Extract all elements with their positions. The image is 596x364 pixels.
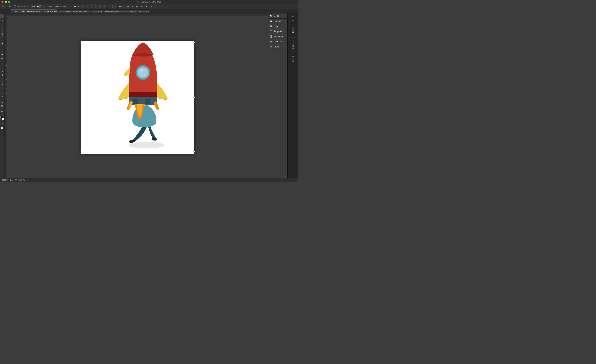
swatches-collapsed[interactable]: Swatches — [288, 37, 298, 52]
more-options-btn[interactable]: ... — [108, 5, 111, 8]
align-middle-btn[interactable]: ⬡ — [85, 5, 89, 8]
align-top-btn[interactable]: ⬡ — [81, 5, 85, 8]
align-dist-v[interactable]: ⬡ — [97, 5, 101, 8]
toolbar-separator-5 — [112, 5, 113, 8]
pan-btn[interactable]: ☚ — [144, 5, 148, 8]
minimize-button[interactable] — [5, 1, 7, 3]
layers-icon — [270, 25, 272, 28]
svg-point-29 — [272, 45, 272, 46]
shape-tool[interactable]: ▭ — [0, 95, 4, 99]
tool-sep-5 — [1, 81, 4, 82]
more-tools-btn[interactable]: ••• — [0, 110, 4, 114]
text-tool[interactable]: T — [0, 87, 4, 90]
history-brush-tool[interactable]: ↩ — [0, 65, 4, 69]
show-transform-checkbox[interactable]: ✓ — [40, 6, 42, 7]
layer-select[interactable]: Layer Group — [30, 5, 40, 8]
canvas-viewport[interactable] — [7, 16, 268, 178]
ruler-corner — [5, 14, 7, 16]
learn-tab[interactable]: Learn — [288, 23, 298, 37]
align-left-btn[interactable]: ⬡ — [69, 5, 73, 8]
zoom-icon-btn[interactable]: ⊕ — [140, 5, 144, 8]
search-btn[interactable] — [288, 14, 298, 19]
adjustments-panel[interactable]: Adjustments — [268, 34, 287, 39]
svg-line-31 — [293, 16, 294, 17]
doc-size: 62.6M/39.8M — [15, 179, 25, 181]
healing-tool[interactable]: ✚ — [0, 52, 4, 56]
move-tool[interactable]: ✛ — [0, 14, 4, 18]
svg-rect-10 — [129, 92, 157, 97]
color-label: Color — [274, 15, 279, 17]
quick-mask-btn[interactable]: ⊙ — [0, 122, 4, 126]
frame-tool[interactable]: ▣ — [0, 42, 4, 45]
eyedropper-tool[interactable]: ✒ — [0, 47, 4, 51]
align-bottom-btn[interactable]: ⬡ — [89, 5, 93, 8]
rectangle-select-tool[interactable]: ⬚ — [0, 24, 4, 28]
svg-rect-13 — [145, 99, 150, 104]
rotate-btn[interactable]: ↻ — [135, 5, 139, 8]
crop-tool[interactable]: ⊡ — [0, 37, 4, 41]
color-panel[interactable]: Color — [268, 14, 287, 19]
titlebar: Adobe Photoshop CC 2019 — [0, 0, 298, 4]
tab-2[interactable]: image-from-rawpixel-id-424687-jpeg.jpg @… — [57, 9, 103, 13]
hand-tool[interactable]: ☚ — [0, 100, 4, 104]
swatches-panel[interactable]: Swatches — [268, 19, 287, 24]
canvas-illustration — [81, 41, 194, 154]
zoom-tool[interactable]: 🔍 — [0, 104, 4, 108]
artboard-tool[interactable]: ⊞ — [0, 18, 4, 22]
show-transform-label: Show Transform Controls — [43, 5, 66, 8]
panel-list: Color Swatches — [268, 14, 287, 178]
clone-stamp-tool[interactable]: ⊕ — [0, 61, 4, 65]
home-button[interactable]: ⌂ — [1, 5, 5, 8]
channels-icon — [270, 40, 272, 43]
statusbar: 33.33% Doc: 62.6M/39.8M › — [0, 178, 298, 182]
quick-select-tool[interactable]: ⬡ — [0, 32, 4, 36]
channels-label: Channels — [274, 40, 283, 43]
tab-3[interactable]: image-from-rawpixel-id-431437-jpeg.jpg @… — [103, 9, 149, 13]
properties-icon — [270, 30, 272, 33]
3d-mode-btn[interactable]: 3D Mode — [114, 5, 123, 8]
tool-sep-9 — [1, 121, 4, 121]
eraser-tool[interactable]: ◻ — [0, 69, 4, 73]
channels-panel[interactable]: Channels — [268, 39, 287, 44]
properties-panel[interactable]: Properties — [268, 29, 287, 34]
layers-panel[interactable]: Layers — [268, 24, 287, 29]
paths-panel[interactable]: Paths — [268, 44, 287, 50]
auto-select-checkbox[interactable]: ✓ — [14, 6, 16, 7]
color-swatches[interactable] — [0, 116, 4, 120]
path-select-tool[interactable]: ↖ — [0, 91, 4, 95]
align-center-btn[interactable]: ⬢ — [73, 5, 77, 8]
main-layout: ✛ ⊞ ⬚ ⌀ ⬡ ⊡ ▣ ✒ ✚ ✏ ⊕ ↩ ◻ ▦ ○ ✒ T ↖ ▭ ☚ … — [0, 14, 298, 178]
adjustments-icon — [270, 35, 272, 38]
layers-collapsed[interactable]: Layers — [288, 52, 298, 66]
tab-1[interactable]: image-from-rawpixel-id-424879-jpeg.jpg @… — [11, 9, 57, 13]
toolbar-separator-6 — [125, 5, 125, 8]
brush-tool[interactable]: ✏ — [0, 57, 4, 60]
paths-label: Paths — [274, 45, 279, 48]
background-color[interactable] — [2, 118, 4, 120]
screen-mode-icon-btn[interactable] — [288, 19, 298, 23]
ruler-vertical: 0 1 2 3 4 5 6 7 8 9 10 11 12 13 14 15 16 — [5, 16, 7, 178]
pen-tool[interactable]: ✒ — [0, 82, 4, 86]
redo-btn[interactable]: ↪ — [131, 5, 134, 8]
gradient-tool[interactable]: ▦ — [0, 73, 4, 77]
svg-rect-25 — [270, 41, 272, 41]
dodge-tool[interactable]: ○ — [0, 77, 4, 81]
tab-1-label: image-from-rawpixel-id-424879-jpeg.jpg @… — [13, 10, 57, 12]
toolbar: ⌂ ✛ ✓ Auto-Select: Layer Group ✓ Show Tr… — [0, 4, 298, 9]
align-right-btn[interactable]: ⬡ — [77, 5, 81, 8]
tool-sep-8 — [1, 114, 4, 115]
align-dist-v2[interactable]: ⬡ — [102, 5, 105, 8]
move-tool-options[interactable]: ✛ — [8, 5, 12, 8]
screen-mode-btn[interactable]: ⬜ — [0, 126, 4, 130]
canvas-wrapper: /* ruler ticks rendered below */ -5 -4 -… — [5, 14, 268, 178]
layers-label: Layers — [274, 25, 280, 28]
layers-collapsed-label: Layers — [292, 56, 294, 62]
extra-btn[interactable]: ⊠ — [149, 5, 153, 8]
close-button[interactable] — [1, 1, 4, 3]
undo-btn[interactable]: ↩ — [126, 5, 130, 8]
expand-arrow[interactable]: › — [27, 179, 28, 181]
align-dist-h[interactable]: ⬡ — [93, 5, 97, 8]
maximize-button[interactable] — [8, 1, 10, 3]
lasso-tool[interactable]: ⌀ — [0, 28, 4, 32]
learn-label: Learn — [292, 28, 294, 33]
